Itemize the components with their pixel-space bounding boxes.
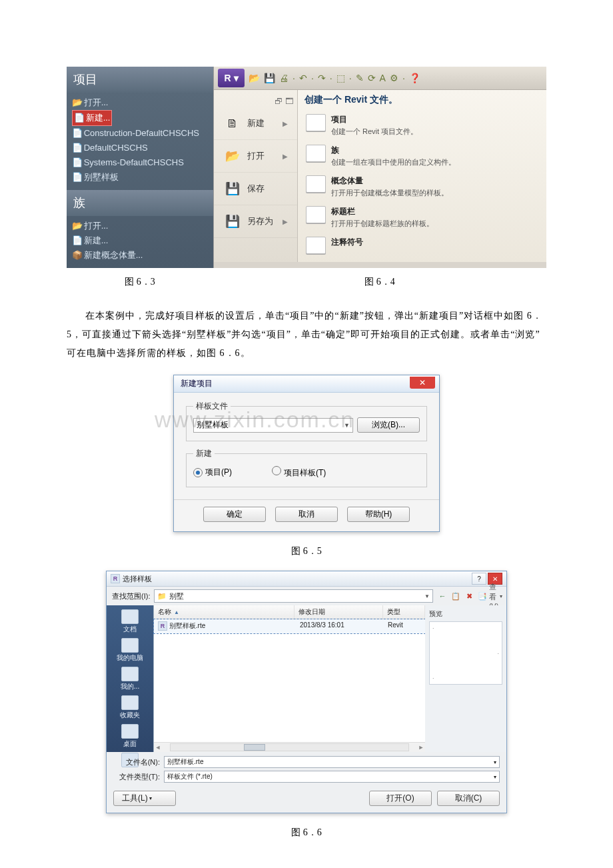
chevron-down-icon: ▼	[424, 593, 430, 599]
undo-icon[interactable]: ↶	[299, 73, 307, 83]
file-row[interactable]: R 别墅样板.rte 2013/8/3 16:01 Revit	[154, 619, 425, 633]
measure-icon[interactable]: ⬚	[336, 73, 345, 83]
chevron-down-icon: ▾	[149, 795, 152, 801]
filename-input[interactable]: 别墅样板.rte▾	[164, 756, 500, 768]
col-name-header[interactable]: 名称▲	[154, 605, 295, 619]
application-button[interactable]: R ▾	[218, 69, 245, 87]
radio-icon	[193, 468, 203, 477]
new-file-icon: 🗎	[223, 114, 242, 133]
label: 项目样板(T)	[284, 468, 326, 477]
title: 注释符号	[331, 237, 363, 248]
filetype-input[interactable]: 样板文件 (*.rte)▾	[164, 771, 500, 783]
save-as-icon: 💾	[223, 212, 242, 231]
col-type-header[interactable]: 类型	[383, 605, 425, 619]
delete-icon[interactable]: ✖	[464, 591, 474, 601]
place-favorites[interactable]: 收藏夹	[107, 694, 153, 721]
save-icon[interactable]: 💾	[264, 73, 275, 83]
revit-file-icon: R	[158, 621, 167, 631]
scroll-right-icon[interactable]: ►	[417, 744, 425, 751]
close-button[interactable]: ✕	[410, 377, 435, 389]
recent-family-new[interactable]: 📄 新建...	[72, 233, 208, 248]
recent-project-item[interactable]: 📄 DefaultCHSCHS	[72, 141, 208, 155]
recent-project-open[interactable]: 📂 打开...	[72, 95, 208, 110]
open-button[interactable]: 打开(O)	[369, 791, 432, 806]
scroll-track[interactable]	[170, 743, 409, 751]
redo-icon[interactable]: ↷	[318, 73, 326, 83]
up-folder-icon[interactable]: 📋	[450, 591, 461, 601]
print-icon[interactable]: 🖨	[279, 73, 289, 83]
template-combo[interactable]: 别墅样板 ▼	[193, 418, 353, 433]
radio-icon	[272, 466, 281, 475]
help-icon[interactable]: ❓	[409, 73, 420, 83]
place-my-network[interactable]: 我的...	[107, 665, 153, 693]
tools-button[interactable]: 工具(L)▾	[113, 791, 176, 806]
file-date: 2013/8/3 16:01	[296, 619, 384, 633]
separator-icon: ·	[402, 73, 405, 83]
text-icon[interactable]: A	[380, 73, 386, 83]
menu-open[interactable]: 📂打开▶	[214, 140, 297, 173]
new-mass-item[interactable]: 概念体量打开用于创建概念体量模型的样板。	[305, 171, 540, 202]
caption-6-3: 图 6．3	[67, 276, 213, 288]
open-docs-icon[interactable]: 🗔	[285, 97, 293, 106]
menu-new[interactable]: 🗎新建▶	[214, 107, 297, 140]
recent-family-open[interactable]: 📂 打开...	[72, 219, 208, 233]
label: 保存	[247, 183, 265, 195]
radio-project[interactable]: 项目(P)	[193, 467, 232, 478]
label: 打开	[247, 150, 265, 162]
chevron-right-icon: ▶	[283, 153, 288, 160]
file-type: Revit	[384, 619, 425, 633]
new-annotation-item[interactable]: 注释符号	[305, 233, 540, 258]
revit-logo-icon: R ▾	[225, 73, 239, 83]
lookin-combo[interactable]: 📁 别墅 ▼	[154, 589, 433, 603]
new-family-item[interactable]: 族创建一组在项目中使用的自定义构件。	[305, 141, 540, 171]
open-icon[interactable]: 📂	[249, 73, 260, 83]
browse-button[interactable]: 浏览(B)...	[357, 417, 420, 433]
help-button[interactable]: ?	[472, 573, 486, 585]
new-folder-icon[interactable]: 📑	[477, 591, 488, 601]
help-button[interactable]: 帮助(H)	[347, 507, 410, 522]
place-documents[interactable]: 文档	[107, 608, 153, 635]
modify-icon[interactable]: ✎	[356, 73, 364, 83]
place-desktop[interactable]: 桌面	[107, 723, 153, 750]
settings-icon[interactable]: ⚙	[390, 73, 398, 83]
recent-docs-icon[interactable]: 🗗	[275, 97, 283, 106]
lookin-value: 别墅	[169, 591, 184, 601]
label: 项目(P)	[205, 467, 232, 477]
recent-project-new[interactable]: 📄 新建...	[72, 110, 112, 126]
recent-project-item[interactable]: 📄 别墅样板	[72, 170, 208, 185]
label: 我的电脑	[117, 653, 143, 663]
menu-save-as[interactable]: 💾另存为▶	[214, 205, 297, 238]
recent-files-panel: 项目 📂 打开... 📄 新建... 📄 Construction-Defaul…	[67, 67, 213, 268]
caption-6-4: 图 6．4	[213, 276, 546, 288]
cancel-button[interactable]: 取消(C)	[437, 791, 500, 806]
file-icon: 📄	[74, 111, 83, 125]
recent-family-new-mass[interactable]: 📦 新建概念体量...	[72, 248, 208, 263]
label: 桌面	[123, 739, 137, 749]
ok-button[interactable]: 确定	[203, 507, 266, 522]
new-titleblock-item[interactable]: 标题栏打开用于创建标题栏族的样板。	[305, 202, 540, 233]
menu-save[interactable]: 💾保存	[214, 173, 297, 205]
new-project-item[interactable]: 项目创建一个 Revit 项目文件。	[305, 110, 540, 141]
col-date-header[interactable]: 修改日期	[295, 605, 383, 619]
label: 收藏夹	[120, 711, 140, 720]
cancel-button[interactable]: 取消	[275, 507, 338, 522]
recent-project-item[interactable]: 📄 Construction-DefaultCHSCHS	[72, 126, 208, 141]
file-dialog-inputs: 文件名(N): 别墅样板.rte▾ 文件类型(T): 样板文件 (*.rte)▾	[107, 752, 506, 787]
label: 别墅样板	[84, 172, 119, 182]
recent-family-list: 📂 打开... 📄 新建... 📦 新建概念体量...	[67, 216, 213, 268]
recent-project-item[interactable]: 📄 Systems-DefaultCHSCHS	[72, 155, 208, 170]
horizontal-scrollbar[interactable]: ◄ ►	[154, 742, 425, 752]
scroll-thumb[interactable]	[244, 744, 265, 751]
place-my-computer[interactable]: 我的电脑	[107, 637, 153, 664]
scroll-left-icon[interactable]: ◄	[154, 744, 162, 751]
radio-template[interactable]: 项目样板(T)	[272, 466, 326, 479]
folder-icon: 📁	[157, 592, 167, 601]
desktop-icon	[121, 724, 139, 739]
preview-label: 预览	[429, 610, 442, 617]
sync-icon[interactable]: ⟳	[368, 73, 376, 83]
value: 样板文件 (*.rte)	[167, 772, 213, 781]
label: 工具(L)	[122, 793, 148, 804]
back-icon[interactable]: ←	[437, 591, 448, 601]
caption-6-5: 图 6．5	[67, 545, 546, 557]
view-menu[interactable]: 查看(V)▾	[490, 591, 501, 601]
